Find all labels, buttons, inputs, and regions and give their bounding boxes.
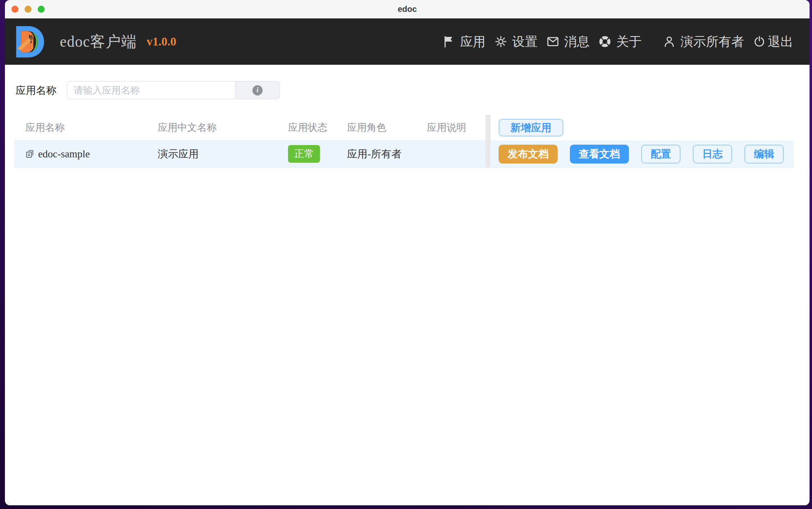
search-label: 应用名称 bbox=[16, 84, 57, 97]
search-input-group: i bbox=[67, 81, 280, 99]
main-nav: 应用 设置 消息 关于 bbox=[442, 33, 793, 50]
table-header-cells: 应用名称 应用中文名称 应用状态 应用角色 应用说明 bbox=[14, 115, 485, 141]
nav-label: 关于 bbox=[616, 33, 642, 50]
zoom-button[interactable] bbox=[38, 6, 45, 13]
add-app-button[interactable]: 新增应用 bbox=[499, 119, 563, 136]
close-button[interactable] bbox=[11, 6, 18, 13]
document-copy-icon bbox=[25, 149, 34, 159]
nav-label: 设置 bbox=[512, 33, 538, 50]
col-header-role: 应用角色 bbox=[342, 115, 422, 140]
nav-item-logout[interactable]: 退出 bbox=[753, 33, 793, 50]
logs-button[interactable]: 日志 bbox=[693, 145, 732, 164]
table-row-cells: edoc-sample 演示应用 正常 应用-所有者 bbox=[14, 141, 485, 168]
col-header-description: 应用说明 bbox=[422, 115, 485, 140]
view-doc-button[interactable]: 查看文档 bbox=[570, 145, 629, 164]
cell-cn-name: 演示应用 bbox=[152, 141, 283, 167]
search-input[interactable] bbox=[67, 82, 235, 99]
nav-label: 应用 bbox=[460, 33, 485, 50]
flag-icon bbox=[442, 35, 455, 48]
user-icon bbox=[663, 35, 676, 48]
nav-item-messages[interactable]: 消息 bbox=[547, 33, 590, 50]
configure-button[interactable]: 配置 bbox=[641, 145, 680, 164]
nav-label: 消息 bbox=[564, 33, 590, 50]
row-actions-panel: 发布文档 查看文档 配置 日志 编辑 bbox=[490, 141, 794, 168]
nav-item-user[interactable]: 演示所有者 bbox=[663, 33, 744, 50]
minimize-button[interactable] bbox=[25, 6, 32, 13]
search-info-button[interactable]: i bbox=[235, 82, 279, 99]
info-icon: i bbox=[252, 85, 263, 95]
table-divider-strip bbox=[485, 141, 490, 168]
edit-button[interactable]: 编辑 bbox=[744, 145, 784, 164]
app-title: edoc客户端 bbox=[60, 32, 137, 52]
search-bar: 应用名称 i bbox=[5, 81, 810, 99]
table-header-row: 应用名称 应用中文名称 应用状态 应用角色 应用说明 新增应用 bbox=[14, 115, 794, 141]
app-table: 应用名称 应用中文名称 应用状态 应用角色 应用说明 新增应用 bbox=[5, 115, 810, 168]
nav-item-about[interactable]: 关于 bbox=[599, 33, 642, 50]
nav-item-apps[interactable]: 应用 bbox=[442, 33, 485, 50]
table-divider-strip bbox=[485, 115, 490, 141]
nav-item-settings[interactable]: 设置 bbox=[494, 33, 538, 50]
user-name: 演示所有者 bbox=[680, 33, 744, 50]
app-version: v1.0.0 bbox=[147, 35, 177, 48]
cell-description bbox=[422, 141, 485, 167]
app-name-text: edoc-sample bbox=[38, 148, 90, 160]
app-header: edoc客户端 v1.0.0 应用 设置 bbox=[5, 18, 810, 65]
envelope-icon bbox=[547, 35, 559, 48]
status-badge: 正常 bbox=[288, 145, 320, 163]
traffic-lights bbox=[11, 6, 45, 13]
app-window: edoc edoc客户端 v1.0.0 应用 bbox=[5, 0, 810, 505]
gear-icon bbox=[494, 35, 507, 48]
cell-app-name: edoc-sample bbox=[14, 141, 152, 167]
window-title: edoc bbox=[5, 5, 810, 14]
power-icon bbox=[753, 35, 766, 48]
lifebuoy-icon bbox=[599, 35, 611, 48]
row-actions: 发布文档 查看文档 配置 日志 编辑 bbox=[499, 145, 784, 164]
table-row[interactable]: edoc-sample 演示应用 正常 应用-所有者 发布文档 查看文档 配置 … bbox=[14, 141, 794, 168]
col-header-cn-name: 应用中文名称 bbox=[152, 115, 283, 140]
cell-status: 正常 bbox=[283, 141, 342, 167]
col-header-status: 应用状态 bbox=[283, 115, 342, 140]
col-header-app-name: 应用名称 bbox=[14, 115, 152, 140]
titlebar: edoc bbox=[5, 0, 810, 18]
table-actions-header: 新增应用 bbox=[490, 115, 794, 141]
cell-role: 应用-所有者 bbox=[342, 141, 422, 167]
logout-label: 退出 bbox=[768, 33, 793, 50]
app-logo-icon bbox=[13, 24, 48, 59]
publish-doc-button[interactable]: 发布文档 bbox=[499, 145, 558, 164]
